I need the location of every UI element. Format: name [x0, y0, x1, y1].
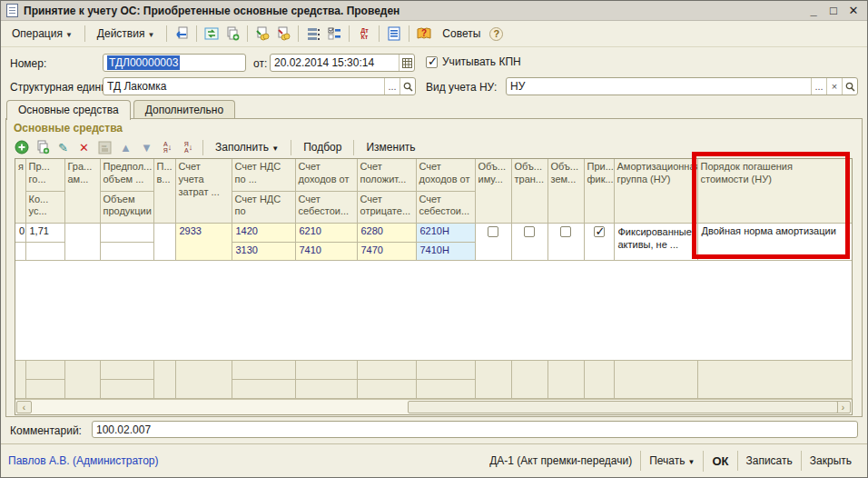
minimize-button[interactable]: _ — [805, 4, 822, 17]
change-button[interactable]: Изменить — [360, 139, 421, 155]
ok-button[interactable]: ОК — [703, 451, 736, 472]
data-cell[interactable] — [100, 242, 153, 260]
close-form-button[interactable]: Закрыть — [801, 451, 860, 471]
data-cell[interactable]: 0 — [15, 223, 25, 242]
data-cell-checkbox-zem[interactable] — [547, 223, 584, 260]
footer-cell — [416, 380, 475, 399]
da1-act-button[interactable]: ДА-1 (Акт премки-передачи) — [481, 451, 640, 471]
refresh-icon[interactable] — [202, 25, 221, 43]
data-cell[interactable] — [153, 223, 175, 260]
ellipsis-button[interactable]: ... — [384, 78, 399, 95]
clear-icon[interactable]: × — [826, 78, 842, 95]
money-in-icon[interactable] — [253, 25, 271, 43]
close-button[interactable]: ✕ — [845, 4, 862, 17]
operation-menu-button[interactable]: Операция▼ — [5, 25, 79, 43]
scrollbar-track[interactable] — [33, 400, 834, 414]
data-cell[interactable] — [15, 242, 25, 260]
column-header: П... в... — [153, 159, 175, 223]
structural-unit-input[interactable]: ТД Лакомка ... — [103, 77, 416, 95]
column-subheader: Счет отрицате... — [357, 191, 416, 223]
tips-button[interactable]: Советы — [436, 25, 487, 43]
sort-desc-icon[interactable]: ЯА↓ — [180, 139, 197, 156]
assets-table-footer — [15, 360, 853, 399]
edit-row-icon[interactable]: ✎ — [54, 139, 72, 156]
move-down-icon[interactable]: ▼ — [138, 139, 155, 156]
dt-kt-icon[interactable]: ДтКт — [355, 25, 373, 43]
data-cell-nu-account[interactable]: 6210Н — [416, 223, 475, 242]
data-cell-checkbox-fix[interactable] — [584, 223, 614, 260]
status-bar: Павлов А.В. (Администратор) ДА-1 (Акт пр… — [1, 444, 867, 477]
add-row-icon[interactable] — [13, 139, 30, 156]
data-cell-checkbox-tran[interactable] — [511, 223, 547, 260]
data-cell-account[interactable]: 3130 — [232, 242, 295, 260]
data-cell[interactable] — [25, 242, 64, 260]
horizontal-scrollbar[interactable]: ‹ › — [15, 399, 852, 414]
save-button[interactable]: Записать — [737, 451, 801, 471]
column-header: Счет доходов от — [416, 159, 475, 191]
scroll-left-icon[interactable]: ‹ — [16, 401, 32, 413]
date-input[interactable]: 20.02.2014 15:30:14 — [270, 54, 415, 72]
data-cell[interactable] — [64, 223, 100, 260]
sort-asc-icon[interactable]: АЯ↓ — [159, 139, 176, 156]
nu-kind-label: Вид учета НУ: — [426, 81, 497, 94]
date-label: от: — [253, 57, 267, 70]
magnifier-icon[interactable] — [842, 78, 857, 95]
maximize-button[interactable]: □ — [825, 4, 842, 17]
calendar-icon[interactable] — [399, 55, 414, 71]
register-report-icon[interactable] — [385, 25, 403, 43]
data-cell-account[interactable]: 2933 — [175, 223, 232, 260]
toolbar-separator — [84, 25, 85, 42]
footer-cell — [153, 361, 175, 399]
toolbar-separator — [166, 25, 167, 42]
data-cell-amort-group[interactable]: Фиксированные активы, не ... — [614, 223, 697, 260]
delete-row-icon[interactable]: ✕ — [75, 139, 93, 156]
column-header: При... фик... — [584, 159, 614, 223]
data-cell-account[interactable]: 7470 — [357, 242, 416, 260]
copy-row-icon[interactable] — [34, 139, 51, 156]
toolbar-separator — [291, 140, 291, 155]
tab-dopolnitelno[interactable]: Дополнительно — [133, 100, 235, 119]
data-cell[interactable]: 1,71 — [25, 223, 64, 242]
assets-table-head-data: я Пр... го... Гра... ам... Предпол... об… — [15, 159, 852, 261]
column-subheader: Объем продукции — [100, 191, 153, 223]
footer-cell — [475, 361, 511, 399]
section-title: Основные средства — [14, 122, 123, 134]
move-up-icon[interactable]: ▲ — [117, 139, 134, 156]
table-empty-area[interactable] — [15, 261, 852, 361]
footer-cell — [175, 361, 232, 399]
fill-button[interactable]: Заполнить ▼ — [209, 139, 285, 155]
help-icon[interactable]: ? — [489, 27, 503, 41]
footer-cell — [295, 380, 357, 399]
actions-menu-button[interactable]: Действия▼ — [91, 25, 162, 43]
nu-kind-input[interactable]: НУ ... × — [506, 77, 858, 95]
structure-icon[interactable] — [304, 25, 322, 43]
kpn-checkbox-box[interactable] — [426, 56, 438, 68]
footer-cell — [15, 361, 25, 399]
kpn-checkbox[interactable]: Учитывать КПН — [426, 55, 521, 68]
footer-cell — [697, 361, 852, 399]
advice-book-icon[interactable]: ? — [415, 25, 433, 43]
copy-add-icon[interactable] — [223, 25, 242, 43]
money-out-icon[interactable] — [274, 25, 292, 43]
data-cell-nu-account[interactable]: 7410Н — [416, 242, 475, 260]
comment-input[interactable]: 100.02.007 — [92, 421, 858, 438]
print-button[interactable]: Печать▼ — [640, 451, 703, 471]
data-cell-account[interactable]: 7410 — [295, 242, 357, 260]
footer-cell — [100, 361, 153, 380]
data-cell-account[interactable]: 6280 — [357, 223, 416, 242]
data-cell-account[interactable]: 1420 — [232, 223, 295, 242]
data-cell-poryadok[interactable]: Двойная норма амортизации — [697, 223, 852, 260]
post-document-icon[interactable] — [173, 25, 191, 43]
data-cell-checkbox-imu[interactable] — [475, 223, 511, 260]
data-cell[interactable] — [100, 223, 153, 242]
ellipsis-button[interactable]: ... — [811, 78, 826, 95]
checklist-icon[interactable] — [325, 25, 343, 43]
magnifier-icon[interactable] — [399, 78, 415, 95]
scrollbar-thumb[interactable] — [408, 401, 838, 413]
pick-button[interactable]: Подбор — [297, 139, 348, 155]
end-edit-icon[interactable]: гок — [96, 139, 113, 156]
number-input[interactable]: ТДЛ00000003 — [103, 54, 246, 72]
tab-osnovnye-sredstva[interactable]: Основные средства — [6, 100, 131, 120]
data-cell-account[interactable]: 6210 — [295, 223, 357, 242]
tab-strip: Основные средства Дополнительно — [6, 100, 235, 120]
